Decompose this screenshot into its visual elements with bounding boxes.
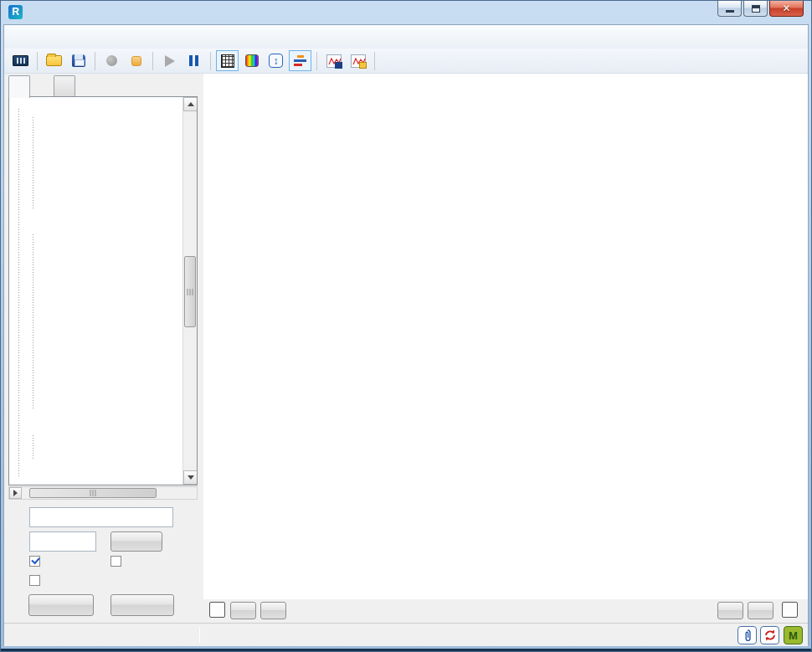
fast-forward-button[interactable]: [748, 602, 773, 619]
open-button[interactable]: [43, 50, 65, 71]
arrow-up-icon: [188, 102, 194, 106]
variable-panel: [4, 74, 202, 623]
note-checkbox[interactable]: [110, 556, 126, 567]
remove-chart-button[interactable]: [782, 602, 798, 618]
status-separator: [199, 627, 200, 643]
name-checkbox[interactable]: [29, 556, 45, 567]
checkbox-icon: [110, 556, 121, 567]
title-bar[interactable]: R ✕: [1, 1, 811, 24]
tree-vertical-scrollbar[interactable]: [182, 97, 197, 485]
stop-icon: [131, 56, 141, 66]
arrow-down-icon: [188, 475, 194, 480]
toolbar-separator: [374, 52, 375, 70]
open-curve-button[interactable]: [347, 50, 369, 71]
play-icon: [165, 55, 175, 67]
attach-button[interactable]: [737, 626, 757, 644]
save-curve-button[interactable]: [322, 50, 345, 71]
arrow-right-icon: [13, 490, 18, 496]
variable-count-field: [29, 531, 96, 552]
record-icon: [106, 55, 117, 66]
toolbar-separator: [210, 52, 211, 70]
toolbar-separator: [316, 52, 317, 70]
play-button[interactable]: [158, 50, 181, 71]
open-folder-icon: [46, 55, 62, 66]
backward-button[interactable]: [260, 602, 286, 619]
restore-button[interactable]: [743, 1, 768, 17]
close-button[interactable]: ✕: [769, 1, 804, 17]
toolbar: ↕: [4, 49, 808, 74]
hide-inactive-checkbox[interactable]: [29, 575, 45, 586]
menu-bar: [4, 25, 808, 49]
tree-scroll-thumb[interactable]: [184, 256, 196, 327]
save-disk-icon: [72, 54, 85, 67]
tree-hscroll-thumb[interactable]: [29, 488, 157, 498]
stop-button[interactable]: [125, 50, 147, 71]
charts-svg[interactable]: [203, 74, 811, 599]
save-button[interactable]: [67, 50, 90, 71]
toolbar-separator: [37, 52, 38, 70]
tab-variables[interactable]: [8, 75, 30, 98]
scroll-right-button[interactable]: [9, 487, 22, 499]
plc-rack-icon: [13, 55, 28, 66]
checkbox-checked-icon: [29, 556, 40, 567]
status-bar: M: [4, 623, 808, 646]
grid-icon: [221, 54, 234, 68]
search-input[interactable]: [29, 507, 173, 527]
marker-mode-button[interactable]: M: [784, 626, 803, 644]
fast-backward-button[interactable]: [230, 602, 256, 619]
record-button[interactable]: [100, 50, 123, 71]
tree-guide: [18, 109, 19, 477]
scroll-down-button[interactable]: [183, 470, 198, 485]
close-icon: ✕: [782, 3, 790, 14]
variable-tree: [8, 96, 198, 485]
app-window: R ✕ ↕: [0, 0, 812, 652]
add-chart-button[interactable]: [209, 602, 225, 618]
pause-icon: [189, 55, 198, 66]
checkbox-icon: [29, 575, 40, 586]
minimize-button[interactable]: [717, 1, 742, 17]
refresh-button[interactable]: [760, 626, 779, 644]
show-all-button[interactable]: [28, 594, 94, 616]
forward-button[interactable]: [717, 602, 743, 619]
layers-icon: [294, 55, 306, 66]
collapse-all-button[interactable]: [110, 594, 174, 616]
grid-toggle-button[interactable]: [216, 50, 239, 71]
tab-groups[interactable]: [54, 75, 75, 96]
color-spectrum-button[interactable]: [240, 50, 263, 71]
refresh-arrows-icon: [763, 629, 777, 642]
tree-horizontal-scrollbar[interactable]: [8, 486, 198, 500]
plc-config-button[interactable]: [9, 50, 32, 71]
chart-nav-row: [203, 599, 808, 623]
curve-layers-button[interactable]: [289, 50, 311, 71]
open-curve-icon: [351, 54, 366, 68]
spectrum-icon: [245, 54, 259, 67]
clear-button[interactable]: [110, 531, 162, 552]
pause-button[interactable]: [182, 50, 205, 71]
app-logo-icon: R: [8, 5, 23, 19]
restore-icon: [752, 5, 760, 13]
toolbar-separator: [95, 52, 95, 70]
minimize-icon: [726, 10, 734, 13]
tree-guide: [33, 117, 33, 209]
save-curve-icon: [326, 54, 342, 68]
paperclip-icon: [742, 629, 753, 642]
toolbar-separator: [152, 52, 153, 70]
chart-area[interactable]: [203, 74, 808, 599]
vertical-fit-button[interactable]: ↕: [265, 50, 287, 71]
scroll-up-button[interactable]: [183, 97, 198, 111]
tree-guide: [33, 435, 33, 460]
client-area: ↕: [3, 24, 809, 645]
tree-guide: [33, 234, 33, 410]
vertical-arrows-icon: ↕: [269, 54, 283, 68]
